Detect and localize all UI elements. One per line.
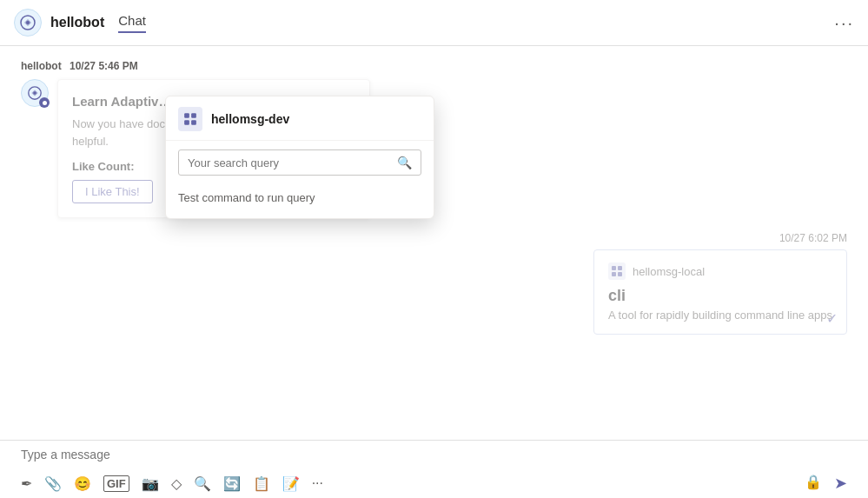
loop-icon[interactable]: 🔍 <box>194 475 211 492</box>
avatar <box>21 79 49 107</box>
svg-point-3 <box>33 91 36 95</box>
right-card: hellomsg-local cli A tool for rapidly bu… <box>593 249 847 335</box>
app-header: hellobot Chat ··· <box>0 0 868 46</box>
send-button[interactable]: ➤ <box>834 474 847 493</box>
svg-rect-4 <box>612 266 616 270</box>
svg-rect-8 <box>184 113 189 118</box>
svg-rect-5 <box>618 266 622 270</box>
praise-icon[interactable]: 🔄 <box>223 475 241 492</box>
search-icon: 🔍 <box>397 156 412 169</box>
svg-point-1 <box>26 21 30 24</box>
svg-rect-11 <box>191 120 196 125</box>
more-options-icon[interactable]: ··· <box>834 13 854 33</box>
message-input[interactable] <box>21 448 847 461</box>
popup-command-item[interactable]: Test command to run query <box>166 184 434 211</box>
right-card-description: A tool for rapidly building command line… <box>608 309 832 322</box>
right-card-name: hellomsg-local <box>633 265 705 278</box>
avatar-badge <box>39 97 50 108</box>
attach-icon[interactable]: 📎 <box>44 475 62 492</box>
right-card-header: hellomsg-local <box>608 262 832 280</box>
right-card-icon <box>608 262 626 280</box>
right-message-time: 10/27 6:02 PM <box>779 232 847 244</box>
app-logo <box>14 9 42 37</box>
toolbar-row: ✒ 📎 😊 GIF 📷 ◇ 🔍 🔄 📋 📝 ··· 🔒 ➤ <box>0 468 868 498</box>
svg-rect-7 <box>618 272 622 276</box>
right-card-command: cli <box>608 287 832 305</box>
bottom-bar: ✒ 📎 😊 GIF 📷 ◇ 🔍 🔄 📋 📝 ··· 🔒 ➤ <box>0 440 868 498</box>
notes-icon[interactable]: 📝 <box>282 475 300 492</box>
sticker-icon[interactable]: 📷 <box>142 475 159 492</box>
more-toolbar-icon[interactable]: ··· <box>312 475 323 491</box>
toolbar-right: 🔒 ➤ <box>805 474 847 493</box>
popup-search-box[interactable]: 🔍 <box>178 149 421 176</box>
check-icon: ✓ <box>826 310 838 327</box>
svg-rect-10 <box>184 120 189 125</box>
meet-icon[interactable]: ◇ <box>171 475 182 492</box>
gif-icon[interactable]: GIF <box>103 475 129 492</box>
emoji-icon[interactable]: 😊 <box>74 475 91 492</box>
clipboard-icon[interactable]: 📋 <box>253 475 270 492</box>
search-popup: hellomsg-dev 🔍 Test command to run query <box>165 96 434 219</box>
first-message-time: 10/27 5:46 PM <box>70 60 138 72</box>
popup-app-icon <box>178 107 202 131</box>
first-message-meta: hellobot 10/27 5:46 PM <box>21 60 847 72</box>
popup-header: hellomsg-dev <box>166 107 434 141</box>
like-button[interactable]: I Like This! <box>72 180 153 203</box>
message-input-row <box>0 441 868 468</box>
lock-icon[interactable]: 🔒 <box>805 474 822 493</box>
right-message-group: 10/27 6:02 PM hellomsg-local cli A tool … <box>21 232 847 335</box>
svg-rect-9 <box>191 113 196 118</box>
app-name: hellobot <box>50 15 104 30</box>
chat-tab[interactable]: Chat <box>118 13 146 33</box>
search-input[interactable] <box>188 156 392 169</box>
popup-title: hellomsg-dev <box>211 112 289 126</box>
first-sender-name: hellobot <box>21 60 62 72</box>
format-icon[interactable]: ✒ <box>21 475 32 492</box>
svg-rect-6 <box>612 272 616 276</box>
